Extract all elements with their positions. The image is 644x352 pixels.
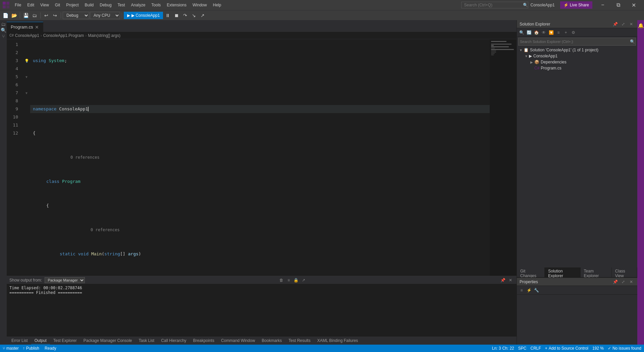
tree-solution[interactable]: ▼ 📋 Solution 'ConsoleApp1' (1 of 1 proje… [517, 47, 637, 53]
tree-expand-deps[interactable]: ▶ [529, 60, 534, 64]
tab-program-cs[interactable]: Program.cs ✕ [7, 22, 43, 32]
menu-view[interactable]: View [38, 1, 52, 9]
tree-consoleapp1[interactable]: ▼ ▶ ConsoleApp1 [517, 53, 637, 59]
tree-expand-project[interactable]: ▼ [524, 54, 529, 58]
menu-analyze[interactable]: Analyze [128, 1, 148, 9]
pin-properties[interactable]: 📌 [612, 279, 619, 285]
tab-command-window[interactable]: Command Window [218, 337, 258, 344]
menu-extensions[interactable]: Extensions [164, 1, 189, 9]
tab-error-list[interactable]: Error List [8, 337, 31, 344]
tab-xaml-binding[interactable]: XAML Binding Failures [314, 337, 362, 344]
sol-new-item-btn[interactable]: + [562, 29, 569, 36]
minimize-button[interactable]: − [595, 0, 610, 10]
explorer-icon[interactable]: 🗂 [1, 21, 6, 27]
collapse-class[interactable]: ▼ [25, 91, 28, 95]
code-editor[interactable]: 1 2 3 4 5 6 7 8 9 10 11 12 💡 [7, 39, 517, 276]
expand-solution-explorer[interactable]: ⤢ [620, 21, 627, 28]
close-panel-button[interactable]: ✕ [507, 277, 514, 284]
step-out-button[interactable]: ↗ [199, 11, 207, 19]
code-content[interactable]: using System; namespace ConsoleApp1 { 0 … [30, 39, 490, 276]
sol-filter-btn[interactable]: 🔽 [548, 29, 554, 36]
tab-package-manager[interactable]: Package Manager Console [80, 337, 136, 344]
prop-alphabetical-btn[interactable]: ⚡ [526, 287, 532, 294]
close-properties[interactable]: ✕ [628, 279, 635, 285]
sol-properties-btn[interactable]: ⚙ [570, 29, 577, 36]
menu-build[interactable]: Build [82, 1, 97, 9]
status-source-control[interactable]: + Add to Source Control [545, 346, 588, 351]
pin-panel-button[interactable]: 📌 [500, 277, 506, 284]
run-button[interactable]: ▶ ▶ ConsoleApp1 [124, 12, 163, 19]
undo-button[interactable]: ↩ [42, 11, 50, 19]
breadcrumb-class[interactable]: ConsoleApp1.Program [43, 33, 84, 38]
panel-header: Show output from: Package Manager Build … [7, 276, 517, 284]
lock-output-button[interactable]: 🔒 [293, 277, 300, 284]
notification-bell-icon[interactable]: 🔔 [638, 23, 644, 28]
output-source-dropdown[interactable]: Package Manager Build Debug [45, 277, 85, 283]
status-encoding[interactable]: SPC [518, 346, 527, 351]
menu-edit[interactable]: Edit [24, 1, 37, 9]
status-zoom[interactable]: 192 % [592, 346, 604, 351]
tree-program-cs[interactable]: C# Program.cs [517, 65, 637, 71]
config-dropdown[interactable]: Debug Release [63, 12, 89, 19]
status-git[interactable]: ⑂ master [3, 346, 19, 351]
tab-test-results[interactable]: Test Results [285, 337, 314, 344]
pause-button[interactable]: ⏸ [164, 11, 172, 19]
liveshare-button[interactable]: ⚡ Live Share [560, 1, 592, 9]
tab-breakpoints[interactable]: Breakpoints [190, 337, 218, 344]
redo-button[interactable]: ↪ [51, 11, 59, 19]
save-button[interactable]: 💾 [22, 11, 30, 19]
clear-output-button[interactable]: 🗑 [278, 277, 285, 284]
open-in-editor-button[interactable]: ↗ [300, 277, 307, 284]
sol-home-btn[interactable]: 🏠 [533, 29, 540, 36]
git-icon[interactable]: ⑂ [2, 34, 5, 39]
step-over-button[interactable]: ↷ [181, 11, 189, 19]
status-lineend[interactable]: CRLF [530, 346, 541, 351]
collapse-namespace[interactable]: ▼ [25, 75, 28, 79]
menu-window[interactable]: Window [190, 1, 210, 9]
expand-properties[interactable]: ⤢ [620, 279, 627, 285]
pin-solution-explorer[interactable]: 📌 [612, 21, 619, 28]
code-line-4: { [30, 129, 490, 137]
menu-test[interactable]: Test [115, 1, 128, 9]
save-all-button[interactable]: 🗂 [31, 11, 39, 19]
menu-help[interactable]: Help [210, 1, 224, 9]
prop-search-btn[interactable]: 🔧 [533, 287, 540, 294]
restore-button[interactable]: ⧉ [610, 0, 626, 10]
sol-sync-btn[interactable]: 🔄 [526, 29, 532, 36]
open-button[interactable]: 📂 [10, 11, 18, 19]
close-solution-explorer[interactable]: ✕ [628, 21, 635, 28]
prop-categorized-btn[interactable]: ≡ [518, 287, 525, 294]
sol-search-btn[interactable]: 🔍 [518, 29, 525, 36]
sol-show-all-btn[interactable]: 👁 [540, 29, 547, 36]
tree-dependencies[interactable]: ▶ 📦 Dependencies [517, 59, 637, 65]
status-issues[interactable]: ✓ No issues found [608, 346, 641, 351]
tab-close-button[interactable]: ✕ [35, 24, 39, 30]
tab-test-explorer[interactable]: Test Explorer [50, 337, 80, 344]
search-activity-icon[interactable]: 🔍 [1, 28, 6, 33]
toggle-word-wrap-button[interactable]: ≡ [285, 277, 292, 284]
tab-bookmarks[interactable]: Bookmarks [258, 337, 285, 344]
breadcrumb-project[interactable]: ConsoleApp1 [15, 33, 39, 38]
breadcrumb: C# ConsoleApp1 › ConsoleApp1.Program › M… [7, 32, 517, 39]
tab-task-list[interactable]: Task List [136, 337, 158, 344]
platform-dropdown[interactable]: Any CPU [90, 12, 120, 19]
breadcrumb-method[interactable]: Main(string[] args) [88, 33, 120, 38]
tab-output[interactable]: Output [31, 337, 50, 344]
menu-project[interactable]: Project [63, 1, 81, 9]
solution-search-input[interactable] [518, 38, 636, 46]
new-project-button[interactable]: 📄 [1, 11, 9, 19]
lightbulb-icon[interactable]: 💡 [24, 59, 29, 63]
tree-expand-solution[interactable]: ▼ [518, 48, 524, 52]
step-into-button[interactable]: ↘ [190, 11, 198, 19]
menu-git[interactable]: Git [52, 1, 63, 9]
status-publish[interactable]: ↑ Publish [23, 346, 39, 351]
close-button[interactable]: ✕ [626, 0, 641, 10]
sol-collapse-all-btn[interactable]: ≡ [555, 29, 562, 36]
tab-call-hierarchy[interactable]: Call Hierarchy [158, 337, 190, 344]
menu-tools[interactable]: Tools [149, 1, 163, 9]
menu-debug[interactable]: Debug [97, 1, 114, 9]
stop-button[interactable]: ⏹ [172, 11, 180, 19]
menu-file[interactable]: File [12, 1, 24, 9]
global-search-input[interactable] [461, 2, 528, 8]
status-line-col[interactable]: Ln: 3 Ch: 22 [492, 346, 514, 351]
